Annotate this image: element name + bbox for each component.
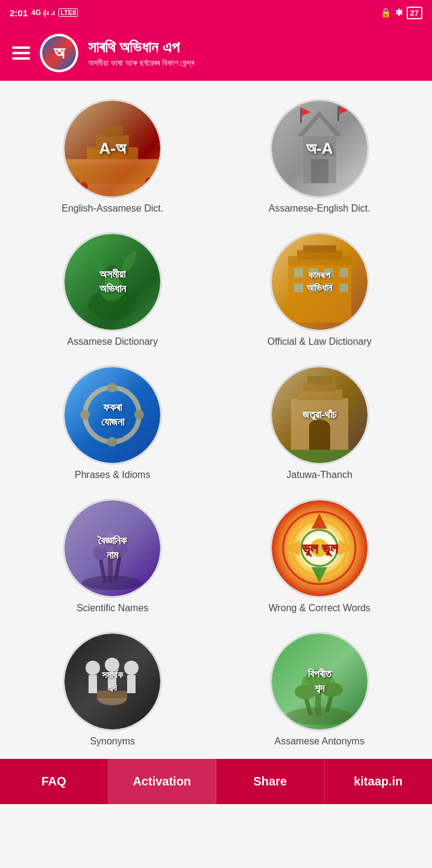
- time-display: 2:01: [10, 8, 28, 18]
- main-content: A-অ English-Assamese Dict.: [0, 81, 432, 759]
- kitaap-nav-button[interactable]: kitaap.in: [325, 759, 433, 804]
- eng-assamese-bg: A-অ: [64, 101, 160, 197]
- list-item[interactable]: ভুল ভুল Wrong & Correct Words: [219, 492, 421, 620]
- app-header: অ সাৰথি অভিধান এপ অসমীয়া ভাষা আৰু ছফ্টৱ…: [0, 25, 432, 81]
- scientific-label: Scientific Names: [77, 603, 148, 614]
- antonyms-overlay: বিপৰীতশব্দ: [305, 665, 334, 698]
- phrases-circle: ফকৰাযোজনা: [63, 365, 162, 465]
- assamese-dict-label: Assamese Dictionary: [67, 336, 158, 347]
- assamese-eng-label: Assamese-English Dict.: [269, 203, 371, 214]
- svg-point-81: [286, 707, 352, 725]
- svg-rect-34: [339, 283, 348, 292]
- eng-assamese-overlay: A-অ: [97, 136, 128, 162]
- svg-rect-47: [272, 450, 368, 463]
- activation-nav-button[interactable]: Activation: [108, 759, 217, 804]
- svg-point-6: [80, 182, 88, 190]
- assamese-dict-overlay: অসমীয়াঅভিধান: [97, 265, 128, 298]
- eng-assamese-label: English-Assamese Dict.: [61, 203, 163, 214]
- official-law-circle: কামৰূপআভিধান: [270, 232, 369, 332]
- list-item[interactable]: বৈজ্ঞানিকনাম Scientific Names: [12, 492, 213, 620]
- activation-label: Activation: [133, 775, 191, 788]
- header-text-block: সাৰথি অভিধান এপ অসমীয়া ভাষা আৰু ছফ্টৱেৰ…: [88, 38, 194, 68]
- logo-inner: অ: [42, 36, 76, 70]
- list-item[interactable]: ফকৰাযোজনা Phrases & Idioms: [12, 359, 213, 486]
- svg-point-8: [149, 184, 157, 192]
- svg-rect-27: [294, 268, 303, 277]
- assamese-eng-bg: অ-A: [272, 101, 368, 197]
- svg-point-66: [86, 661, 100, 675]
- jatuwa-label: Jatuwa-Thanch: [287, 470, 352, 480]
- phrases-overlay: ফকৰাযোজনা: [99, 398, 127, 432]
- jatuwa-circle: জতুৱা-থাঁচ: [270, 365, 369, 465]
- bottom-navigation: FAQ Activation Share kitaap.in: [0, 759, 432, 804]
- svg-marker-14: [302, 108, 311, 116]
- wrong-correct-circle: ভুল ভুল: [270, 498, 369, 598]
- svg-point-39: [80, 410, 90, 420]
- synonyms-circle: সমাৰ্থকশব্দ: [63, 632, 162, 731]
- antonyms-label: Assamese Antonyms: [275, 736, 365, 747]
- wrong-correct-label: Wrong & Correct Words: [269, 603, 371, 614]
- synonyms-bg: সমাৰ্থকশব্দ: [64, 634, 160, 729]
- svg-rect-2: [102, 126, 123, 137]
- list-item[interactable]: অসমীয়াঅভিধান Assamese Dictionary: [12, 226, 213, 353]
- list-item[interactable]: জতুৱা-থাঁচ Jatuwa-Thanch: [219, 359, 421, 486]
- list-item[interactable]: A-অ English-Assamese Dict.: [12, 93, 213, 220]
- status-bar-left: 2:01 4G ᵢ|ᵢᵢ .ᵢᵢ LTE8: [10, 8, 78, 18]
- list-item[interactable]: বিপৰীতশব্দ Assamese Antonyms: [219, 626, 421, 753]
- svg-point-37: [134, 410, 144, 420]
- svg-rect-15: [337, 106, 339, 121]
- faq-label: FAQ: [42, 775, 66, 788]
- svg-rect-26: [303, 245, 336, 253]
- phrases-bg: ফকৰাযোজনা: [64, 367, 160, 463]
- wrong-correct-bg: ভুল ভুল: [272, 500, 368, 596]
- app-logo: অ: [40, 34, 78, 72]
- svg-rect-13: [300, 108, 302, 123]
- share-nav-button[interactable]: Share: [216, 759, 325, 804]
- assamese-eng-circle: অ-A: [270, 99, 369, 198]
- jatuwa-bg: জতুৱা-থাঁচ: [272, 367, 368, 463]
- official-law-label: Official & Law Dictionary: [268, 336, 372, 347]
- synonyms-overlay: সমাৰ্থকশব্দ: [99, 667, 125, 697]
- assamese-dict-bg: অসমীয়াঅভিধান: [64, 234, 160, 330]
- hamburger-line-1: [12, 46, 30, 49]
- svg-rect-31: [294, 283, 303, 292]
- wrong-correct-overlay: ভুল ভুল: [299, 536, 340, 560]
- faq-nav-button[interactable]: FAQ: [0, 759, 108, 804]
- status-bar: 2:01 4G ᵢ|ᵢᵢ .ᵢᵢ LTE8 🔒 ✱ 27: [0, 0, 432, 25]
- svg-rect-73: [127, 675, 136, 693]
- list-item[interactable]: সমাৰ্থকশব্দ Synonyms: [12, 626, 213, 753]
- hamburger-line-3: [12, 57, 30, 60]
- antonyms-bg: বিপৰীতশব্দ: [272, 634, 368, 729]
- scientific-circle: বৈজ্ঞানিকনাম: [63, 498, 162, 598]
- share-label: Share: [253, 775, 287, 788]
- list-item[interactable]: অ-A Assamese-English Dict.: [219, 93, 421, 220]
- svg-point-36: [107, 383, 117, 392]
- battery-indicator: 27: [407, 7, 422, 19]
- antonyms-circle: বিপৰীতশব্দ: [270, 632, 369, 731]
- svg-rect-43: [303, 382, 336, 391]
- phrases-label: Phrases & Idioms: [75, 470, 150, 480]
- svg-marker-16: [339, 106, 348, 114]
- svg-rect-44: [307, 376, 332, 383]
- svg-point-5: [70, 178, 80, 188]
- bluetooth-icon: ✱: [395, 7, 403, 18]
- jatuwa-overlay: জতুৱা-থাঁচ: [300, 406, 339, 424]
- svg-rect-4: [69, 165, 156, 183]
- app-subtitle: অসমীয়া ভাষা আৰু ছফ্টৱেৰৰ বিকাশ কেন্দ্ৰ: [88, 57, 194, 68]
- app-title: সাৰথি অভিধান এপ: [88, 38, 194, 57]
- assamese-dict-circle: অসমীয়াঅভিধান: [63, 232, 162, 332]
- svg-point-72: [124, 661, 139, 675]
- signal-icon: 4G ᵢ|ᵢᵢ .ᵢᵢ: [31, 8, 55, 17]
- assamese-eng-overlay: অ-A: [304, 136, 335, 162]
- hamburger-line-2: [12, 52, 30, 54]
- svg-point-38: [107, 437, 117, 447]
- dictionary-grid: A-অ English-Assamese Dict.: [6, 93, 426, 753]
- lte-icon: LTE8: [58, 8, 78, 17]
- hamburger-menu[interactable]: [12, 46, 30, 60]
- list-item[interactable]: কামৰূপআভিধান Official & Law Dictionary: [219, 226, 421, 353]
- lock-icon: 🔒: [380, 7, 392, 18]
- official-law-overlay: কামৰূপআভিধান: [304, 267, 334, 297]
- scientific-overlay: বৈজ্ঞানিকনাম: [96, 532, 129, 565]
- kitaap-label: kitaap.in: [354, 775, 402, 788]
- svg-rect-30: [339, 268, 348, 277]
